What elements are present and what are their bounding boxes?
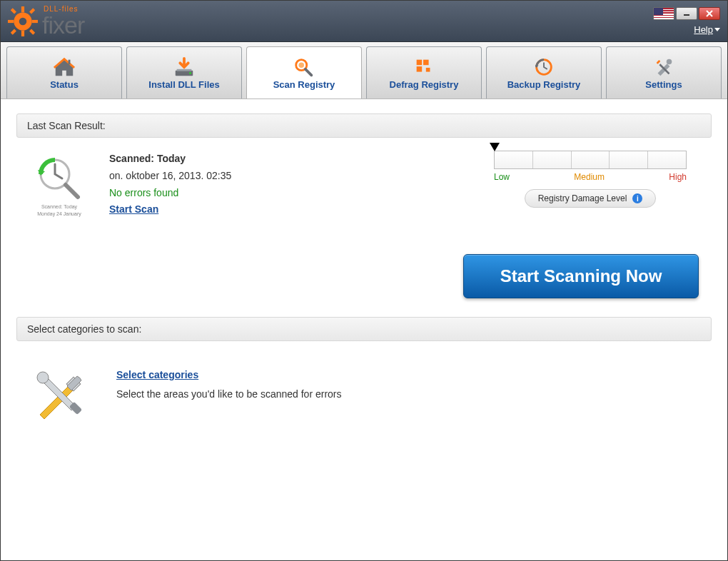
svg-point-23 (667, 59, 672, 64)
svg-rect-21 (426, 67, 430, 71)
icon-caption-1: Scanned: Today (41, 204, 77, 210)
svg-rect-7 (11, 29, 16, 34)
app-window: DLL-files fixer Help (0, 0, 728, 561)
scan-timestamp: on. oktober 16, 2013. 02:35 (109, 168, 231, 185)
tab-scan-registry[interactable]: Scan Registry (246, 46, 362, 98)
svg-rect-20 (417, 66, 423, 72)
svg-rect-19 (423, 59, 429, 65)
damage-level-label: Registry Damage Level (538, 193, 627, 203)
magnifier-icon (293, 56, 315, 78)
damage-meter: Low Medium High (494, 151, 687, 182)
tab-label: Install DLL Files (148, 79, 219, 90)
brand: DLL-files fixer (8, 6, 84, 37)
start-scan-link[interactable]: Start Scan (109, 203, 158, 215)
tab-label: Defrag Registry (390, 79, 459, 90)
close-button[interactable] (699, 7, 720, 20)
svg-rect-2 (21, 30, 24, 36)
meter-pointer-icon (490, 143, 500, 151)
svg-rect-13 (177, 69, 192, 71)
tab-bar: Status Install DLL Files Scan Registry D… (1, 42, 727, 99)
svg-point-14 (189, 72, 191, 74)
svg-rect-18 (417, 59, 423, 65)
tools-icon (652, 56, 675, 78)
tab-label: Backup Registry (507, 79, 581, 90)
house-icon (53, 56, 76, 78)
start-scanning-button[interactable]: Start Scanning Now (463, 254, 699, 298)
damage-level-pill: Registry Damage Level i (525, 189, 657, 208)
tab-settings[interactable]: Settings (606, 46, 722, 98)
language-flag-button[interactable] (653, 7, 674, 20)
svg-rect-4 (32, 19, 38, 22)
svg-line-26 (66, 185, 78, 197)
gear-icon (8, 6, 38, 36)
meter-label-medium: Medium (574, 172, 605, 182)
window-controls (653, 7, 720, 20)
icon-caption-2: Monday 24 January (37, 211, 81, 217)
minimize-button[interactable] (676, 7, 697, 20)
categories-description: Select the areas you'd like to be scanne… (116, 385, 342, 404)
last-scan-icon: Scanned: Today Monday 24 January (24, 151, 95, 218)
svg-rect-8 (29, 29, 35, 34)
brand-title: fixer (42, 13, 84, 37)
svg-line-17 (305, 69, 311, 74)
clock-arrow-icon (532, 56, 555, 78)
download-drive-icon (173, 56, 196, 78)
tab-defrag-registry[interactable]: Defrag Registry (366, 46, 482, 98)
meter-label-high: High (669, 172, 687, 182)
svg-rect-3 (8, 19, 14, 22)
scan-status: No errors found (109, 185, 231, 202)
svg-rect-5 (11, 8, 16, 14)
svg-rect-24 (656, 59, 660, 64)
svg-rect-6 (29, 8, 35, 14)
blocks-icon (413, 56, 435, 78)
help-menu[interactable]: Help (694, 24, 713, 35)
categories-icon (24, 361, 95, 429)
last-scan-header: Last Scan Result: (16, 113, 712, 138)
tab-label: Scan Registry (273, 79, 335, 90)
tab-status[interactable]: Status (6, 46, 122, 98)
tab-label: Status (50, 79, 79, 90)
main-content: Last Scan Result: Scanned: Today Monday … (1, 99, 727, 560)
svg-point-16 (298, 62, 304, 68)
chevron-down-icon (714, 28, 720, 31)
scan-title: Scanned: Today (109, 151, 231, 168)
svg-rect-1 (21, 6, 24, 12)
titlebar: DLL-files fixer Help (1, 1, 727, 42)
select-categories-link[interactable]: Select categories (116, 369, 198, 380)
tab-install-dll[interactable]: Install DLL Files (126, 46, 242, 98)
tab-label: Settings (645, 79, 682, 90)
svg-rect-10 (684, 14, 689, 16)
info-icon[interactable]: i (632, 193, 642, 203)
svg-rect-11 (69, 59, 71, 64)
categories-header: Select categories to scan: (16, 317, 712, 341)
svg-point-9 (19, 17, 27, 25)
meter-label-low: Low (494, 172, 510, 182)
tab-backup-registry[interactable]: Backup Registry (486, 46, 602, 98)
svg-point-28 (37, 372, 49, 383)
